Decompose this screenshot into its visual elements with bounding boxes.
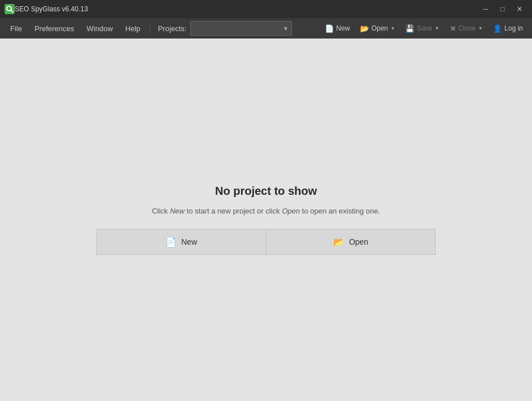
projects-dropdown[interactable] — [190, 21, 292, 36]
main-window: SEO SpyGlass v6.40.13 ─ □ ✕ File Prefere… — [0, 0, 532, 401]
menu-preferences[interactable]: Preferences — [29, 22, 80, 35]
open-folder-icon: 📂 — [360, 24, 369, 33]
maximize-button[interactable]: □ — [495, 3, 510, 15]
user-icon: 👤 — [493, 24, 502, 33]
empty-new-button[interactable]: 📄 New — [96, 229, 266, 255]
window-close-button[interactable]: ✕ — [512, 3, 527, 15]
open-dropdown-arrow-icon: ▼ — [390, 25, 395, 31]
menu-window[interactable]: Window — [81, 22, 118, 35]
close-x-icon: ✖ — [450, 24, 456, 33]
menu-bar: File Preferences Window Help Projects: ▼… — [0, 18, 532, 39]
empty-state-buttons: 📄 New 📂 Open — [96, 229, 436, 255]
subtitle-after: to open an existing one. — [300, 207, 380, 215]
menu-file[interactable]: File — [5, 22, 28, 35]
save-toolbar-label: Save — [417, 24, 432, 32]
save-icon: 💾 — [405, 24, 414, 33]
svg-rect-0 — [5, 4, 15, 14]
empty-open-button[interactable]: 📂 Open — [266, 229, 436, 255]
projects-dropdown-wrapper: ▼ — [188, 21, 292, 36]
empty-new-label: New — [181, 237, 197, 246]
app-logo-icon — [5, 4, 15, 14]
subtitle-middle: to start a new project or click — [185, 207, 282, 215]
new-toolbar-button[interactable]: 📄 New — [320, 20, 354, 36]
empty-state-subtitle: Click New to start a new project or clic… — [152, 207, 380, 215]
new-toolbar-label: New — [336, 24, 350, 32]
subtitle-before: Click — [152, 207, 170, 215]
main-content: No project to show Click New to start a … — [0, 39, 532, 401]
empty-open-label: Open — [349, 237, 368, 246]
new-file-icon: 📄 — [325, 24, 334, 33]
save-dropdown-arrow-icon: ▼ — [435, 25, 440, 31]
close-dropdown-arrow-icon: ▼ — [478, 25, 483, 31]
empty-state: No project to show Click New to start a … — [96, 185, 436, 255]
login-toolbar-button[interactable]: 👤 Log in — [488, 20, 527, 36]
title-bar: SEO SpyGlass v6.40.13 ─ □ ✕ — [0, 0, 532, 18]
window-controls: ─ □ ✕ — [478, 3, 527, 15]
toolbar-actions: 📄 New 📂 Open ▼ 💾 Save ▼ ✖ Close ▼ 👤 Log — [320, 20, 527, 36]
open-toolbar-button[interactable]: 📂 Open ▼ — [355, 20, 400, 36]
open-toolbar-label: Open — [371, 24, 388, 32]
open-folder-empty-icon: 📂 — [333, 237, 345, 248]
new-doc-icon: 📄 — [165, 237, 177, 248]
projects-label: Projects: — [158, 24, 187, 33]
subtitle-new: New — [170, 207, 185, 215]
subtitle-open: Open — [282, 207, 300, 215]
empty-state-title: No project to show — [215, 185, 317, 198]
menu-help[interactable]: Help — [119, 22, 146, 35]
close-toolbar-button[interactable]: ✖ Close ▼ — [445, 20, 488, 36]
close-toolbar-label: Close — [458, 24, 476, 32]
login-toolbar-label: Log in — [504, 24, 523, 32]
minimize-button[interactable]: ─ — [478, 3, 494, 15]
menu-separator — [149, 23, 150, 34]
window-title: SEO SpyGlass v6.40.13 — [15, 5, 478, 13]
save-toolbar-button[interactable]: 💾 Save ▼ — [401, 20, 444, 36]
